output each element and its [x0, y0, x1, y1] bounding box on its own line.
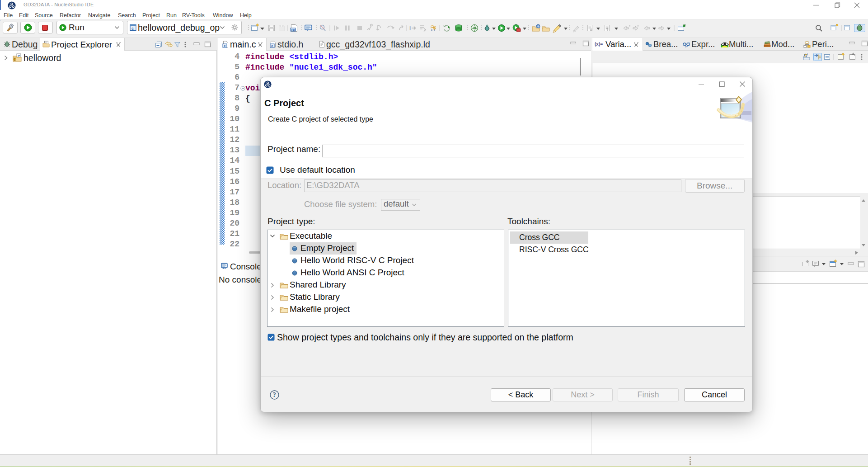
svg-text:c: c	[224, 44, 226, 48]
svg-text:?: ?	[273, 392, 276, 398]
svg-text:010: 010	[291, 28, 296, 31]
svg-text:c: c	[131, 27, 134, 31]
svg-text:x=: x=	[685, 45, 688, 48]
svg-text:!: !	[14, 58, 15, 61]
svg-text:i: i	[409, 25, 411, 32]
svg-text:c: c	[271, 44, 273, 48]
